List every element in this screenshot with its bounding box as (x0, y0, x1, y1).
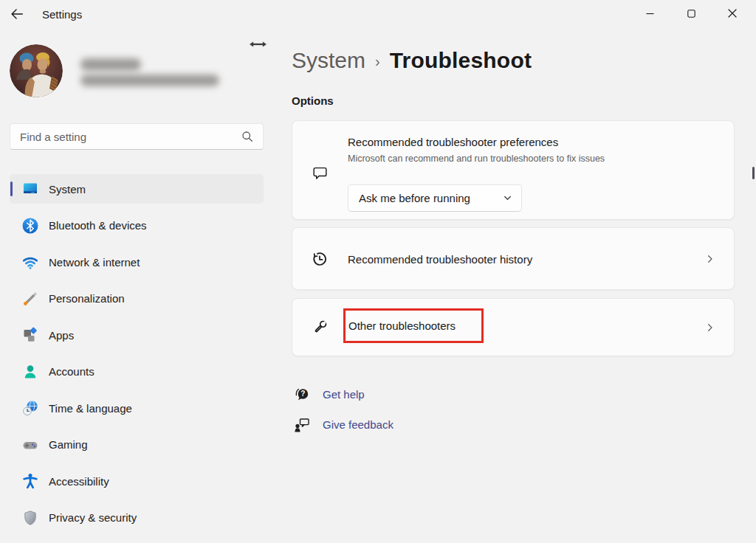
user-name-blurred (80, 58, 141, 71)
link-label: Get help (323, 388, 365, 401)
user-avatar[interactable] (10, 44, 63, 97)
breadcrumb-parent[interactable]: System (292, 48, 365, 73)
search-icon (240, 129, 255, 145)
wrench-icon (310, 318, 329, 337)
personalization-icon (21, 290, 39, 308)
message-icon (310, 163, 329, 182)
page-title: Troubleshoot (390, 48, 532, 73)
card-title: Other troubleshooters (348, 319, 456, 332)
sidebar-item-accessibility[interactable]: Accessibility (10, 466, 264, 496)
network-icon (21, 253, 39, 271)
sidebar-item-label: System (49, 183, 86, 196)
sidebar-item-system[interactable]: System (10, 174, 264, 204)
user-email-blurred (80, 75, 219, 86)
accessibility-icon (21, 472, 39, 490)
sidebar-item-label: Accounts (49, 365, 94, 378)
privacy-security-icon (21, 509, 39, 527)
sidebar-nav: System Bluetooth & devices Network & int… (10, 174, 264, 533)
sidebar-item-personalization[interactable]: Personalization (10, 284, 264, 314)
sidebar-item-bluetooth-devices[interactable]: Bluetooth & devices (10, 211, 264, 241)
search-box (10, 123, 264, 150)
link-label: Give feedback (323, 418, 394, 431)
breadcrumb-separator: › (375, 53, 380, 70)
back-button[interactable] (6, 4, 28, 24)
titlebar: Settings (0, 0, 756, 30)
accounts-icon (21, 363, 39, 381)
card-title: Recommended troubleshooter preferences (348, 136, 558, 148)
chevron-right-icon (704, 321, 716, 333)
minimize-button[interactable] (633, 0, 667, 27)
sidebar-item-label: Bluetooth & devices (49, 219, 147, 232)
sidebar-item-gaming[interactable]: Gaming (10, 430, 264, 460)
system-icon (21, 180, 39, 198)
selected-indicator (10, 181, 13, 196)
sidebar-item-label: Apps (49, 329, 74, 342)
resize-cursor-icon (248, 38, 268, 50)
sidebar-item-label: Gaming (49, 438, 88, 451)
highlight-annotation: Other troubleshooters (343, 308, 484, 343)
sidebar-item-label: Network & internet (49, 256, 140, 269)
scrollbar-thumb[interactable] (752, 167, 755, 179)
maximize-button[interactable] (674, 0, 708, 27)
sidebar-item-time-language[interactable]: Time & language (10, 393, 264, 423)
get-help-icon: ? (293, 386, 311, 404)
search-input[interactable] (10, 124, 263, 149)
breadcrumb: System › Troubleshoot (292, 44, 532, 77)
bluetooth-icon (21, 217, 39, 235)
close-button[interactable] (715, 0, 749, 27)
preferences-card: Recommended troubleshooter preferences M… (292, 120, 735, 220)
back-arrow-icon (9, 6, 25, 22)
sidebar-item-accounts[interactable]: Accounts (10, 357, 264, 387)
chevron-down-icon (503, 193, 512, 203)
sidebar-item-label: Time & language (49, 402, 132, 415)
chevron-right-icon (704, 252, 716, 265)
dropdown-value: Ask me before running (359, 192, 503, 204)
close-icon (728, 9, 737, 18)
svg-text:?: ? (300, 390, 305, 398)
minimize-icon (646, 10, 654, 18)
maximize-icon (687, 10, 695, 18)
give-feedback-link[interactable]: Give feedback (293, 415, 394, 434)
sidebar-item-apps[interactable]: Apps (10, 320, 264, 350)
time-language-icon (21, 399, 39, 417)
sidebar-item-label: Personalization (49, 292, 125, 305)
give-feedback-icon (293, 416, 311, 434)
sidebar-item-label: Accessibility (49, 475, 109, 488)
sidebar-item-label: Privacy & security (49, 511, 137, 524)
apps-icon (21, 326, 39, 344)
window-title: Settings (42, 8, 82, 21)
history-icon (310, 249, 329, 269)
get-help-link[interactable]: ? Get help (293, 385, 394, 404)
sidebar-item-privacy-security[interactable]: Privacy & security (10, 503, 264, 533)
gaming-icon (21, 436, 39, 454)
other-troubleshooters-card[interactable]: Other troubleshooters (292, 298, 735, 356)
history-card[interactable]: Recommended troubleshooter history (292, 227, 735, 290)
sidebar-item-network-internet[interactable]: Network & internet (10, 247, 264, 277)
card-description: Microsoft can recommend and run troubles… (348, 153, 605, 164)
card-title: Recommended troubleshooter history (348, 252, 532, 265)
section-label: Options (292, 94, 334, 107)
troubleshooter-preference-dropdown[interactable]: Ask me before running (348, 184, 522, 212)
footer-links: ? Get help Give feedback (293, 385, 394, 434)
